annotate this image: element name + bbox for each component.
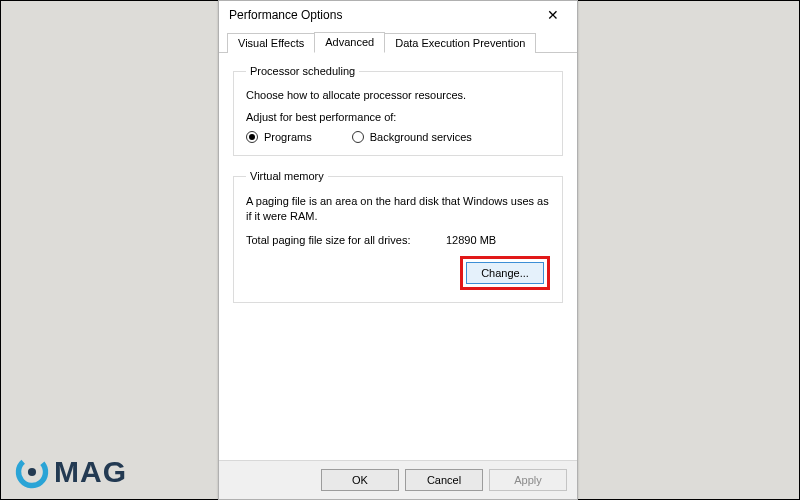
virtual-memory-total-label: Total paging file size for all drives: [246,234,446,246]
processor-scheduling-description: Choose how to allocate processor resourc… [246,89,550,101]
performance-options-dialog: Performance Options ✕ Visual Effects Adv… [218,0,578,500]
tab-content-advanced: Processor scheduling Choose how to alloc… [219,53,577,460]
dialog-footer: OK Cancel Apply [219,460,577,499]
tabstrip: Visual Effects Advanced Data Execution P… [219,29,577,53]
radio-programs[interactable]: Programs [246,131,312,143]
tab-advanced[interactable]: Advanced [314,32,385,53]
processor-scheduling-sublabel: Adjust for best performance of: [246,111,550,123]
annotation-highlight: Change... [460,256,550,290]
processor-scheduling-group: Processor scheduling Choose how to alloc… [233,65,563,156]
radio-dot-icon [246,131,258,143]
radio-background-services[interactable]: Background services [352,131,472,143]
watermark-text: MAG [54,455,127,489]
virtual-memory-total-value: 12890 MB [446,234,550,246]
processor-scheduling-options: Programs Background services [246,131,550,143]
svg-point-1 [28,468,36,476]
window-title: Performance Options [229,8,535,22]
radio-dot-icon [352,131,364,143]
virtual-memory-total-row: Total paging file size for all drives: 1… [246,234,550,246]
ok-button[interactable]: OK [321,469,399,491]
tab-dep[interactable]: Data Execution Prevention [384,33,536,53]
virtual-memory-description: A paging file is an area on the hard dis… [246,194,550,224]
watermark-logo: MAG [14,454,127,490]
apply-button[interactable]: Apply [489,469,567,491]
processor-scheduling-legend: Processor scheduling [246,65,359,77]
close-button[interactable]: ✕ [535,4,571,26]
change-button-wrap: Change... [246,256,550,290]
virtual-memory-group: Virtual memory A paging file is an area … [233,170,563,303]
close-icon: ✕ [547,7,559,23]
change-button[interactable]: Change... [466,262,544,284]
virtual-memory-legend: Virtual memory [246,170,328,182]
titlebar: Performance Options ✕ [219,1,577,29]
tab-visual-effects[interactable]: Visual Effects [227,33,315,53]
cancel-button[interactable]: Cancel [405,469,483,491]
radio-programs-label: Programs [264,131,312,143]
watermark-icon [14,454,50,490]
radio-background-label: Background services [370,131,472,143]
